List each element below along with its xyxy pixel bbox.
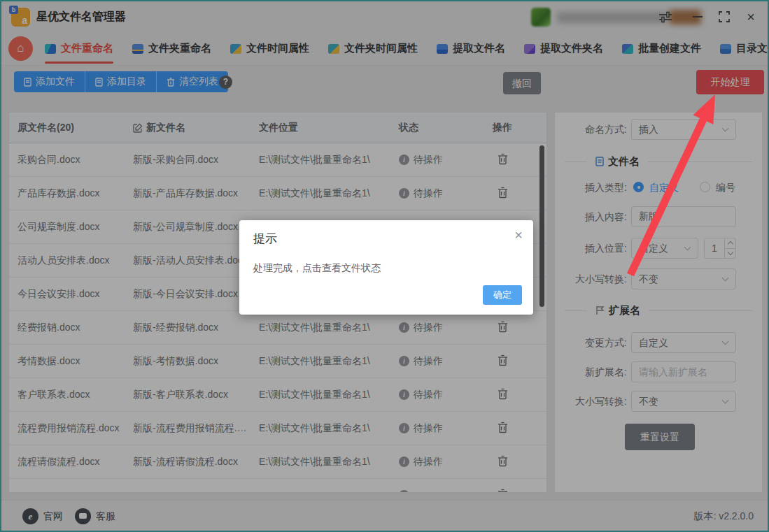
dialog-message: 处理完成，点击查看文件状态 <box>253 262 381 275</box>
dialog-title: 提示 <box>253 231 277 247</box>
app-window: ba 星优文件名管理器 × ⌂ 文件重命名文件夹重命名文件时间属性文件夹时间属性… <box>0 0 769 532</box>
alert-dialog: 提示 × 处理完成，点击查看文件状态 确定 <box>239 220 533 315</box>
dialog-close-icon[interactable]: × <box>514 227 523 243</box>
dialog-ok-button[interactable]: 确定 <box>483 285 522 305</box>
